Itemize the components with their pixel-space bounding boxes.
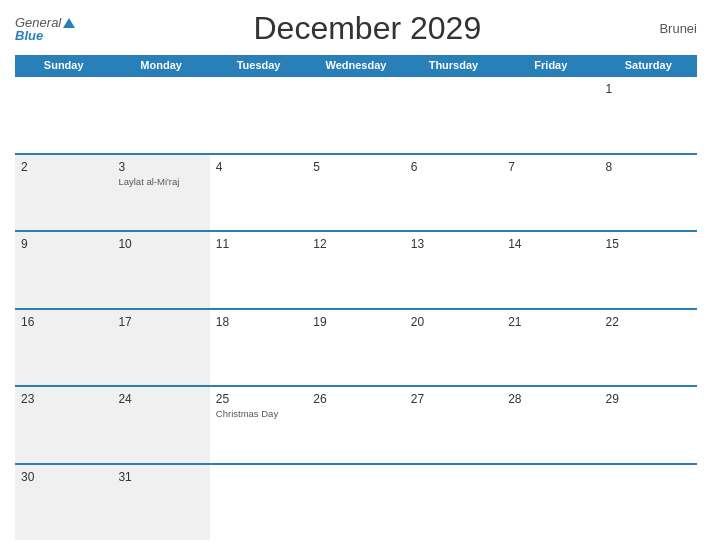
day-number: 16 bbox=[21, 315, 106, 329]
calendar-cell: 21 bbox=[502, 310, 599, 386]
holiday-label: Laylat al-Mi'raj bbox=[118, 176, 203, 187]
calendar-cell: 16 bbox=[15, 310, 112, 386]
calendar-cell: 19 bbox=[307, 310, 404, 386]
day-number: 22 bbox=[606, 315, 691, 329]
day-number: 21 bbox=[508, 315, 593, 329]
day-number: 26 bbox=[313, 392, 398, 406]
day-number: 8 bbox=[606, 160, 691, 174]
calendar-cell: 4 bbox=[210, 155, 307, 231]
calendar-cell bbox=[405, 465, 502, 541]
calendar-cell: 18 bbox=[210, 310, 307, 386]
calendar-row: 9101112131415 bbox=[15, 230, 697, 308]
day-number: 6 bbox=[411, 160, 496, 174]
day-number: 3 bbox=[118, 160, 203, 174]
day-number: 7 bbox=[508, 160, 593, 174]
day-number: 12 bbox=[313, 237, 398, 251]
weekday-saturday: Saturday bbox=[600, 55, 697, 75]
calendar-cell: 13 bbox=[405, 232, 502, 308]
calendar-cell: 10 bbox=[112, 232, 209, 308]
day-number: 27 bbox=[411, 392, 496, 406]
logo-blue: Blue bbox=[15, 29, 75, 42]
calendar-cell: 24 bbox=[112, 387, 209, 463]
calendar-cell: 17 bbox=[112, 310, 209, 386]
calendar-cell bbox=[15, 77, 112, 153]
weekday-tuesday: Tuesday bbox=[210, 55, 307, 75]
day-number: 31 bbox=[118, 470, 203, 484]
country-label: Brunei bbox=[659, 21, 697, 36]
calendar-row: 16171819202122 bbox=[15, 308, 697, 386]
calendar-cell bbox=[502, 77, 599, 153]
calendar-cell bbox=[307, 465, 404, 541]
calendar-row: 1 bbox=[15, 75, 697, 153]
calendar-cell: 1 bbox=[600, 77, 697, 153]
day-number: 30 bbox=[21, 470, 106, 484]
calendar-cell: 5 bbox=[307, 155, 404, 231]
calendar-cell bbox=[112, 77, 209, 153]
day-number: 24 bbox=[118, 392, 203, 406]
calendar-cell bbox=[502, 465, 599, 541]
calendar-row: 23Laylat al-Mi'raj45678 bbox=[15, 153, 697, 231]
day-number: 1 bbox=[606, 82, 691, 96]
calendar-cell: 28 bbox=[502, 387, 599, 463]
calendar-cell: 11 bbox=[210, 232, 307, 308]
holiday-label: Christmas Day bbox=[216, 408, 301, 419]
day-number: 29 bbox=[606, 392, 691, 406]
day-number: 25 bbox=[216, 392, 301, 406]
day-number: 15 bbox=[606, 237, 691, 251]
logo-general: General bbox=[15, 16, 75, 29]
day-number: 17 bbox=[118, 315, 203, 329]
calendar-cell: 29 bbox=[600, 387, 697, 463]
calendar-cell: 9 bbox=[15, 232, 112, 308]
calendar-cell: 2 bbox=[15, 155, 112, 231]
month-title: December 2029 bbox=[253, 10, 481, 47]
day-number: 10 bbox=[118, 237, 203, 251]
calendar-body: 123Laylat al-Mi'raj456789101112131415161… bbox=[15, 75, 697, 540]
page-header: General Blue December 2029 Brunei bbox=[15, 10, 697, 47]
calendar-cell: 15 bbox=[600, 232, 697, 308]
calendar-header: Sunday Monday Tuesday Wednesday Thursday… bbox=[15, 55, 697, 75]
day-number: 11 bbox=[216, 237, 301, 251]
calendar-cell: 23 bbox=[15, 387, 112, 463]
calendar-cell: 3Laylat al-Mi'raj bbox=[112, 155, 209, 231]
calendar-cell: 12 bbox=[307, 232, 404, 308]
calendar-cell bbox=[600, 465, 697, 541]
calendar-cell: 7 bbox=[502, 155, 599, 231]
calendar: Sunday Monday Tuesday Wednesday Thursday… bbox=[15, 55, 697, 540]
weekday-monday: Monday bbox=[112, 55, 209, 75]
calendar-cell: 27 bbox=[405, 387, 502, 463]
day-number: 19 bbox=[313, 315, 398, 329]
calendar-cell: 20 bbox=[405, 310, 502, 386]
calendar-cell bbox=[210, 77, 307, 153]
day-number: 14 bbox=[508, 237, 593, 251]
calendar-cell: 31 bbox=[112, 465, 209, 541]
day-number: 2 bbox=[21, 160, 106, 174]
day-number: 13 bbox=[411, 237, 496, 251]
calendar-row: 3031 bbox=[15, 463, 697, 541]
day-number: 4 bbox=[216, 160, 301, 174]
weekday-wednesday: Wednesday bbox=[307, 55, 404, 75]
weekday-friday: Friday bbox=[502, 55, 599, 75]
day-number: 9 bbox=[21, 237, 106, 251]
calendar-cell: 25Christmas Day bbox=[210, 387, 307, 463]
day-number: 23 bbox=[21, 392, 106, 406]
calendar-cell bbox=[210, 465, 307, 541]
calendar-cell bbox=[307, 77, 404, 153]
weekday-thursday: Thursday bbox=[405, 55, 502, 75]
weekday-sunday: Sunday bbox=[15, 55, 112, 75]
calendar-cell: 30 bbox=[15, 465, 112, 541]
calendar-cell bbox=[405, 77, 502, 153]
calendar-cell: 8 bbox=[600, 155, 697, 231]
logo: General Blue bbox=[15, 16, 75, 42]
calendar-row: 232425Christmas Day26272829 bbox=[15, 385, 697, 463]
day-number: 5 bbox=[313, 160, 398, 174]
calendar-cell: 6 bbox=[405, 155, 502, 231]
calendar-cell: 26 bbox=[307, 387, 404, 463]
day-number: 20 bbox=[411, 315, 496, 329]
day-number: 28 bbox=[508, 392, 593, 406]
calendar-cell: 14 bbox=[502, 232, 599, 308]
calendar-cell: 22 bbox=[600, 310, 697, 386]
day-number: 18 bbox=[216, 315, 301, 329]
